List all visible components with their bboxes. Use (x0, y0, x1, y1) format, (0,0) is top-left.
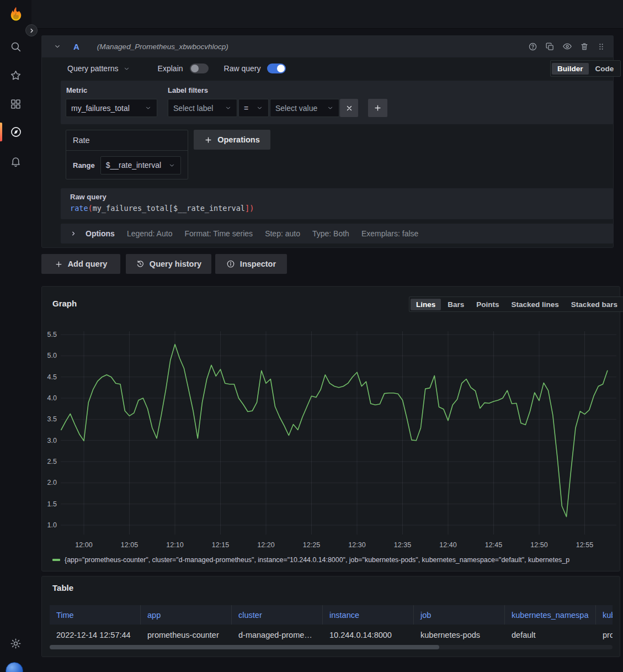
operator-dropdown[interactable]: = (238, 99, 269, 117)
svg-text:12:00: 12:00 (75, 541, 92, 549)
column-header-instance[interactable]: instance (323, 605, 414, 625)
cell-job: kubernetes-pods (414, 625, 505, 645)
drag-handle-icon[interactable] (597, 42, 606, 51)
svg-text:12:15: 12:15 (212, 541, 229, 549)
code-mode-button[interactable]: Code (590, 63, 620, 75)
query-toolbar: Query patterns Explain Raw query (67, 61, 286, 76)
sidebar-expand-button[interactable] (25, 24, 38, 36)
explain-label: Explain (158, 64, 183, 73)
chevron-down-icon (145, 104, 152, 112)
dashboards-grid-icon (10, 98, 22, 110)
sidebar-item-starred[interactable] (0, 63, 31, 87)
table-scrollbar-thumb[interactable] (50, 645, 439, 649)
chevron-down-icon (327, 104, 334, 112)
column-header-time[interactable]: Time (50, 605, 141, 625)
sidebar (0, 0, 31, 672)
raw-query-preview: Raw query rate(my_failures_total[$__rate… (61, 188, 614, 219)
svg-text:2.5: 2.5 (47, 458, 57, 465)
search-icon (10, 41, 22, 52)
collapse-chevron-icon[interactable] (54, 43, 61, 50)
cell-app: prometheus-counter (141, 625, 232, 645)
graph-mode-stacked-bars[interactable]: Stacked bars (566, 299, 623, 310)
column-header-namespace[interactable]: kubernetes_namespa (505, 605, 596, 625)
svg-text:12:35: 12:35 (394, 541, 411, 549)
remove-filter-button[interactable] (340, 99, 358, 117)
graph-mode-points[interactable]: Points (471, 299, 504, 310)
sidebar-item-dashboards[interactable] (0, 92, 31, 116)
rate-operation-title[interactable]: Rate (66, 130, 188, 151)
graph-mode-bars[interactable]: Bars (442, 299, 470, 310)
option-type: Type: Both (312, 229, 349, 238)
add-query-button[interactable]: Add query (41, 254, 120, 274)
range-interval-select[interactable]: $__rate_interval (100, 156, 181, 174)
compass-icon (10, 126, 22, 138)
options-title: Options (86, 229, 115, 238)
duplicate-icon[interactable] (545, 42, 555, 51)
token-function: rate (70, 204, 88, 213)
column-header-app[interactable]: app (141, 605, 232, 625)
svg-text:12:10: 12:10 (166, 541, 183, 549)
graph-style-switch: Lines Bars Points Stacked lines Stacked … (409, 297, 623, 312)
chevron-right-icon (70, 230, 77, 237)
graph-mode-stacked-lines[interactable]: Stacked lines (506, 299, 565, 310)
raw-query-label: Raw query (224, 64, 261, 73)
sidebar-item-search[interactable] (0, 34, 31, 59)
time-series-chart[interactable]: 1.01.52.02.53.03.54.04.55.05.512:0012:05… (44, 329, 619, 553)
query-options-bar[interactable]: Options Legend: Auto Format: Time series… (61, 224, 614, 244)
explain-toggle[interactable] (190, 64, 209, 73)
graph-mode-lines[interactable]: Lines (411, 299, 441, 310)
user-avatar[interactable] (6, 662, 23, 672)
cell-cluster: d-managed-prome… (232, 625, 323, 645)
builder-mode-button[interactable]: Builder (552, 63, 589, 75)
sidebar-item-configuration[interactable] (0, 631, 31, 655)
editor-mode-switch: Builder Code (550, 60, 621, 77)
svg-text:12:25: 12:25 (303, 541, 320, 549)
sidebar-item-alerting[interactable] (0, 149, 31, 173)
grafana-logo[interactable] (6, 6, 26, 25)
svg-text:5.5: 5.5 (47, 331, 57, 338)
inspector-button[interactable]: Inspector (215, 254, 287, 274)
help-icon[interactable] (528, 42, 537, 51)
graph-panel-title: Graph (52, 299, 77, 308)
column-header-cluster[interactable]: cluster (232, 605, 323, 625)
label-filters-label: Label filters (168, 86, 208, 94)
svg-text:3.5: 3.5 (47, 415, 57, 423)
trash-icon[interactable] (580, 42, 589, 51)
metric-value: my_failures_total (71, 104, 130, 113)
option-exemplars: Exemplars: false (361, 229, 418, 238)
info-circle-icon (226, 260, 235, 268)
add-operations-button[interactable]: Operations (194, 130, 270, 150)
query-history-button[interactable]: Query history (126, 254, 211, 274)
query-row-header[interactable]: A (Managed_Prometheus_xbwbocvhlocp) (41, 35, 614, 57)
query-datasource-hint: (Managed_Prometheus_xbwbocvhlocp) (97, 43, 228, 51)
cell-instance: 10.244.0.14:8000 (323, 625, 414, 645)
svg-text:12:20: 12:20 (257, 541, 274, 549)
select-value-dropdown[interactable]: Select value (270, 99, 339, 117)
raw-query-code: rate(my_failures_total[$__rate_interval]… (70, 204, 604, 213)
raw-query-title: Raw query (70, 193, 604, 201)
column-header-job[interactable]: job (414, 605, 505, 625)
metric-select[interactable]: my_failures_total (66, 99, 157, 117)
option-step: Step: auto (265, 229, 300, 238)
chevron-down-icon (168, 162, 175, 169)
legend-series-label: {app="prometheus-counter", cluster="d-ma… (65, 556, 569, 564)
add-filter-button[interactable] (368, 99, 387, 117)
operator-value: = (244, 104, 248, 113)
sidebar-item-explore[interactable] (0, 120, 31, 144)
column-header-pod[interactable]: kube (596, 605, 613, 625)
metric-label: Metric (66, 86, 87, 94)
svg-text:12:55: 12:55 (576, 541, 593, 549)
graph-legend[interactable]: {app="prometheus-counter", cluster="d-ma… (52, 555, 619, 565)
cell-pod: prom (596, 625, 613, 645)
query-ref-id: A (73, 42, 79, 51)
eye-icon[interactable] (562, 41, 572, 51)
plus-icon (55, 260, 63, 268)
raw-query-toggle[interactable] (267, 64, 286, 73)
select-label-dropdown[interactable]: Select label (168, 99, 237, 117)
svg-text:1.5: 1.5 (47, 500, 57, 508)
option-legend: Legend: Auto (127, 229, 173, 238)
token-identifier: my_failures_total[$__rate_interval (93, 204, 245, 213)
token-paren: ]) (245, 204, 254, 213)
query-patterns-dropdown[interactable]: Query patterns (67, 64, 119, 73)
cell-namespace: default (505, 625, 596, 645)
